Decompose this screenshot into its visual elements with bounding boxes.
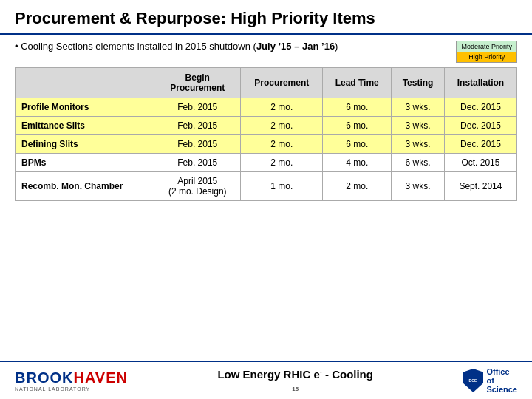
cell-lead-time: 2 mo.: [323, 172, 392, 201]
cell-installation: Dec. 2015: [444, 98, 516, 117]
cell-lead-time: 6 mo.: [323, 135, 392, 154]
bnl-subtitle: NATIONAL LABORATORY: [15, 386, 90, 392]
subtitle-highlight: July ’15 – Jan ’16: [256, 41, 335, 52]
footer-center-text: Low Energy RHIC e- - Cooling 15: [217, 368, 373, 393]
cell-item: Profile Monitors: [16, 98, 154, 117]
subtitle-prefix: Cooling Sections elements installed in 2…: [21, 41, 256, 52]
cell-item: BPMs: [16, 154, 154, 172]
cell-begin: Feb. 2015: [154, 135, 241, 154]
table-row: Profile MonitorsFeb. 20152 mo.6 mo.3 wks…: [16, 98, 517, 117]
table-container: BeginProcurement Procurement Lead Time T…: [0, 66, 532, 361]
svg-text:DOE: DOE: [469, 378, 478, 383]
doe-science-label: Science: [486, 385, 517, 394]
legend-box: Moderate Priority High Priority: [456, 41, 517, 63]
cell-testing: 3 wks.: [392, 135, 445, 154]
cell-installation: Oct. 2015: [444, 154, 516, 172]
cell-installation: Sept. 2014: [444, 172, 516, 201]
cell-procurement: 2 mo.: [241, 98, 323, 117]
table-row: Emittance SlitsFeb. 20152 mo.6 mo.3 wks.…: [16, 117, 517, 135]
cell-item: Emittance Slits: [16, 117, 154, 135]
cell-installation: Dec. 2015: [444, 117, 516, 135]
table-row: Recomb. Mon. ChamberApril 2015(2 mo. Des…: [16, 172, 517, 201]
table-header-row: BeginProcurement Procurement Lead Time T…: [16, 68, 517, 98]
page: Procurement & Repurpose: High Priority I…: [0, 0, 532, 399]
page-title: Procurement & Repurpose: High Priority I…: [15, 9, 517, 28]
cell-installation: Dec. 2015: [444, 135, 516, 154]
header: Procurement & Repurpose: High Priority I…: [0, 0, 532, 35]
col-header-installation: Installation: [444, 68, 516, 98]
subtitle-text: • Cooling Sections elements installed in…: [15, 41, 338, 52]
cell-testing: 3 wks.: [392, 98, 445, 117]
cell-lead-time: 6 mo.: [323, 98, 392, 117]
cell-begin: Feb. 2015: [154, 154, 241, 172]
footer: BROOKHAVEN NATIONAL LABORATORY Low Energ…: [0, 361, 532, 399]
cell-procurement: 2 mo.: [241, 135, 323, 154]
cell-lead-time: 6 mo.: [323, 117, 392, 135]
bullet: •: [15, 41, 21, 52]
footer-superscript: -: [320, 368, 322, 375]
doe-office-label: Office: [486, 367, 517, 376]
subtitle-row: • Cooling Sections elements installed in…: [0, 35, 532, 66]
bnl-logo: BROOKHAVEN NATIONAL LABORATORY: [15, 369, 128, 392]
doe-of-label: of: [486, 376, 517, 385]
col-header-item: [16, 68, 154, 98]
col-header-lead-time: Lead Time: [323, 68, 392, 98]
doe-text: Office of Science: [486, 367, 517, 394]
footer-suffix: - Cooling: [325, 368, 373, 381]
bnl-haven: HAVEN: [73, 369, 128, 386]
bnl-brook: BROOK: [15, 369, 73, 386]
col-header-begin: BeginProcurement: [154, 68, 241, 98]
cell-begin: Feb. 2015: [154, 98, 241, 117]
cell-testing: 3 wks.: [392, 117, 445, 135]
cell-begin: April 2015(2 mo. Design): [154, 172, 241, 201]
cell-testing: 6 wks.: [392, 154, 445, 172]
col-header-procurement: Procurement: [241, 68, 323, 98]
col-header-testing: Testing: [392, 68, 445, 98]
cell-procurement: 2 mo.: [241, 117, 323, 135]
data-table: BeginProcurement Procurement Lead Time T…: [15, 67, 517, 201]
doe-logo: DOE Office of Science: [463, 367, 517, 394]
cell-procurement: 1 mo.: [241, 172, 323, 201]
legend-moderate: Moderate Priority: [457, 41, 516, 52]
footer-main-text: Low Energy RHIC e: [217, 368, 319, 381]
cell-testing: 3 wks.: [392, 172, 445, 201]
cell-item: Recomb. Mon. Chamber: [16, 172, 154, 201]
table-row: BPMsFeb. 20152 mo.4 mo.6 wks.Oct. 2015: [16, 154, 517, 172]
cell-item: Defining Slits: [16, 135, 154, 154]
cell-procurement: 2 mo.: [241, 154, 323, 172]
cell-begin: Feb. 2015: [154, 117, 241, 135]
doe-office-container: DOE Office of Science: [463, 367, 517, 394]
page-number: 15: [292, 386, 299, 392]
subtitle-suffix: ): [335, 41, 338, 52]
cell-lead-time: 4 mo.: [323, 154, 392, 172]
doe-shield-icon: DOE: [463, 369, 483, 392]
bnl-name: BROOKHAVEN: [15, 369, 128, 386]
table-row: Defining SlitsFeb. 20152 mo.6 mo.3 wks.D…: [16, 135, 517, 154]
legend-high: High Priority: [457, 52, 516, 62]
